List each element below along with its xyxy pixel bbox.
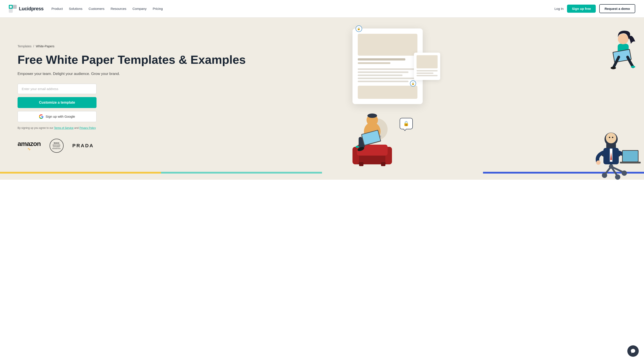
svg-point-7 [368,113,377,118]
svg-point-25 [611,67,616,69]
brand-logos: amazon ∿ BHHS BERKSHIRE HATHAWAY HomeSer… [18,139,322,153]
nav-resources[interactable]: Resources [110,7,126,10]
svg-point-14 [356,146,359,148]
paper-bottom-block [358,86,418,99]
svg-rect-2 [9,9,13,13]
svg-rect-19 [359,162,364,166]
breadcrumb: Templates / White-Papers [18,44,322,48]
google-signup-button[interactable]: Sign up with Google [18,111,96,122]
nav-links: Product Solutions Customers Resources Co… [51,7,163,10]
person-desk-man [587,110,642,180]
nav-company[interactable]: Company [132,7,146,10]
logo-text: Lucidpress [19,6,44,11]
svg-rect-47 [623,151,638,161]
logo-icon [9,5,17,13]
breadcrumb-parent[interactable]: Templates [18,44,32,48]
paper-mockup-main: 🔒 🔒 🔒 [352,28,423,104]
paper-title-line [358,58,406,60]
svg-point-40 [596,160,600,165]
hero-title: Free White Paper Templates & Examples [18,53,322,66]
paper-text-line-2 [358,71,408,73]
svg-point-43 [606,133,616,143]
person-floating-woman [607,28,640,72]
navbar-left: Lucidpress Product Solutions Customers R… [9,5,163,13]
navbar: Lucidpress Product Solutions Customers R… [0,0,644,17]
svg-point-22 [618,34,628,44]
bottom-preview-bars [0,172,644,180]
svg-rect-48 [620,162,641,163]
paper-image-block [358,34,418,56]
svg-rect-20 [381,162,386,166]
nav-solutions[interactable]: Solutions [69,7,82,10]
svg-point-45 [612,137,613,138]
nav-product[interactable]: Product [51,7,63,10]
lock-icon-bot: 🔒 [410,80,416,86]
terms-of-service-link[interactable]: Terms of Service [54,126,74,129]
svg-rect-4 [10,6,12,8]
google-signup-label: Sign up with Google [46,115,75,118]
hero-section: Templates / White-Papers Free White Pape… [0,17,644,180]
signup-free-button[interactable]: Sign up free [567,4,596,13]
person-sitting-laptop [344,103,392,153]
login-button[interactable]: Log In [554,7,564,10]
chat-lock-bubble: 🔒 [400,118,413,129]
preview-bar-beige [322,172,483,174]
hero-left: Templates / White-Papers Free White Pape… [0,17,335,180]
preview-bar-yellow [0,172,161,174]
email-input[interactable] [18,84,96,94]
lock-icon-top: 🔒 [356,25,362,32]
paper-subtitle-line [358,62,391,64]
nav-pricing[interactable]: Pricing [153,7,163,10]
paper-text-line-5 [358,81,408,82]
hero-illustration: 🔒 🔒 🔒 🔒 [335,17,644,180]
request-demo-button[interactable]: Request a demo [599,4,635,13]
preview-bar-teal [161,172,322,174]
paper-text-line-1 [358,68,418,70]
svg-point-44 [609,137,610,138]
paper-text-line-3 [358,74,402,76]
google-icon [39,114,44,119]
customize-template-button[interactable]: Customize a template [18,97,96,108]
prada-logo: PRADA [72,143,94,149]
paper-mockup-secondary [414,53,440,80]
breadcrumb-current: White-Papers [36,44,54,48]
navbar-right: Log In Sign up free Request a demo [554,4,635,13]
paper-text-line-4 [358,77,418,79]
privacy-policy-link[interactable]: Privacy Policy [80,126,96,129]
svg-rect-1 [13,5,17,9]
svg-point-26 [631,66,635,68]
nav-customers[interactable]: Customers [88,7,105,10]
amazon-logo: amazon ∿ [18,140,41,151]
logo[interactable]: Lucidpress [9,5,44,13]
berkshire-logo: BHHS BERKSHIRE HATHAWAY HomeServices [50,139,64,153]
terms-text: By signing up you agree to our Terms of … [18,126,322,130]
hero-subtitle: Empower your team. Delight your audience… [18,71,322,77]
